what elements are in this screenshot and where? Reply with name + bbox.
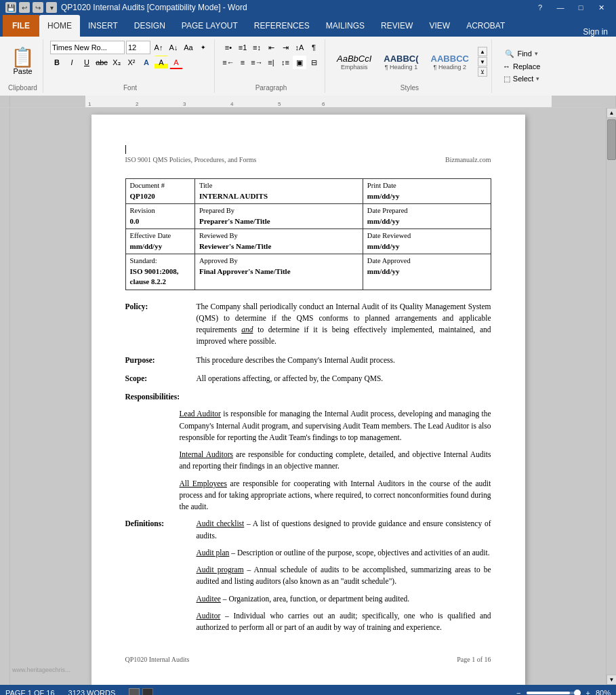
align-left-button[interactable]: ≡← <box>222 56 235 69</box>
numbering-button[interactable]: ≡1 <box>236 41 249 54</box>
multilevel-button[interactable]: ≡↕ <box>250 41 264 54</box>
tab-acrobat[interactable]: ACROBAT <box>458 15 513 37</box>
find-icon: 🔍 <box>505 49 514 58</box>
show-formatting-button[interactable]: ¶ <box>307 41 321 54</box>
zoom-fill <box>527 692 570 694</box>
zoom-level: 80% <box>596 689 611 695</box>
tab-review[interactable]: REVIEW <box>373 15 421 37</box>
style-emphasis[interactable]: AaBbCcI Emphasis <box>332 52 376 73</box>
scroll-thumb[interactable] <box>607 119 616 160</box>
read-mode-button[interactable] <box>142 688 153 695</box>
borders-button[interactable]: ⊟ <box>307 56 321 69</box>
styles-scroll-up[interactable]: ▲ <box>478 47 487 56</box>
subscript-button[interactable]: X₂ <box>110 56 123 69</box>
scroll-down-button[interactable]: ▼ <box>607 675 616 685</box>
styles-more[interactable]: ⊻ <box>478 67 487 77</box>
window-title: QP1020 Internal Audits [Compatibility Mo… <box>61 3 247 12</box>
status-bar: PAGE 1 OF 16 3123 WORDS − + 80% <box>0 685 616 695</box>
footer-right: Page 1 of 16 <box>457 655 491 664</box>
tab-view[interactable]: VIEW <box>421 15 458 37</box>
text-cursor <box>125 145 126 154</box>
document-page[interactable]: ISO 9001 QMS Policies, Procedures, and F… <box>91 115 525 685</box>
policy-text: The Company shall periodically conduct a… <box>197 301 491 348</box>
tab-design[interactable]: DESIGN <box>126 15 173 37</box>
line-spacing-button[interactable]: ↕≡ <box>279 56 292 69</box>
responsibilities-label: Responsibilities: <box>125 391 491 403</box>
scope-label: Scope: <box>125 373 190 384</box>
zoom-in-button[interactable]: + <box>586 689 590 695</box>
font-size-input[interactable]: 12 <box>126 41 150 54</box>
superscript-button[interactable]: X² <box>125 56 138 69</box>
tab-page-layout[interactable]: PAGE LAYOUT <box>173 15 246 37</box>
shading-button[interactable]: ▣ <box>293 56 306 69</box>
tab-mailings[interactable]: MAILINGS <box>318 15 373 37</box>
increase-indent-button[interactable]: ⇥ <box>279 41 292 54</box>
select-button[interactable]: ⬚ Select ▾ <box>499 73 544 85</box>
zoom-slider[interactable] <box>527 692 581 694</box>
customize-icon[interactable]: ▾ <box>46 2 57 13</box>
scroll-track[interactable] <box>607 118 616 675</box>
ribbon-content: 📋 Paste Clipboard Times New Ro... 12 A↑ … <box>0 37 616 96</box>
align-center-button[interactable]: ≡ <box>236 56 249 69</box>
internal-auditors-para: Internal Auditors are responsible for co… <box>180 449 491 473</box>
def-audit-program: Audit program – Annual schedule of audit… <box>197 564 491 588</box>
tab-home[interactable]: HOME <box>39 15 80 37</box>
scroll-up-button[interactable]: ▲ <box>607 108 616 118</box>
redo-icon[interactable]: ↪ <box>33 2 43 13</box>
title-cell: Title INTERNAL AUDITS <box>194 179 363 204</box>
decrease-font-button[interactable]: A↓ <box>167 41 180 54</box>
increase-font-button[interactable]: A↑ <box>152 41 165 54</box>
vertical-ruler <box>0 108 10 685</box>
undo-icon[interactable]: ↩ <box>19 2 30 13</box>
document-area[interactable]: ISO 9001 QMS Policies, Procedures, and F… <box>10 108 606 685</box>
change-case-button[interactable]: Aa <box>182 41 195 54</box>
align-right-button[interactable]: ≡→ <box>250 56 264 69</box>
styles-label: Styles <box>332 83 487 92</box>
clipboard-group: 📋 Paste Clipboard <box>3 39 43 93</box>
paragraph-group: ≡• ≡1 ≡↕ ⇤ ⇥ ↕A ¶ ≡← ≡ ≡→ ≡| ↕≡ ▣ ⊟ Para… <box>218 39 325 93</box>
close-button[interactable]: ✕ <box>592 0 611 15</box>
sign-in-link[interactable]: Sign in <box>577 27 613 37</box>
tab-insert[interactable]: INSERT <box>80 15 126 37</box>
table-row: Effective Date mm/dd/yy Reviewed By Revi… <box>125 229 491 254</box>
paste-label: Paste <box>13 67 32 75</box>
help-button[interactable]: ? <box>531 0 550 15</box>
font-color-button[interactable]: A <box>169 56 183 69</box>
styles-scroll-down[interactable]: ▼ <box>478 57 487 66</box>
underline-button[interactable]: U <box>80 56 94 69</box>
minimize-button[interactable]: — <box>551 0 570 15</box>
highlight-button[interactable]: A <box>155 56 168 69</box>
tab-references[interactable]: REFERENCES <box>246 15 318 37</box>
replace-button[interactable]: ↔ Replace <box>499 61 544 72</box>
justify-button[interactable]: ≡| <box>264 56 278 69</box>
select-label: Select <box>513 75 534 83</box>
sort-button[interactable]: ↕A <box>293 41 306 54</box>
paste-button[interactable]: 📋 Paste <box>7 45 39 78</box>
page-footer: QP1020 Internal Audits Page 1 of 16 <box>125 652 491 664</box>
italic-button[interactable]: I <box>65 56 79 69</box>
lead-auditor-term: Lead Auditor <box>180 410 221 418</box>
find-button[interactable]: 🔍 Find ▾ <box>501 48 541 60</box>
strikethrough-button[interactable]: abc <box>95 56 108 69</box>
save-icon[interactable]: 💾 <box>5 2 16 13</box>
decrease-indent-button[interactable]: ⇤ <box>264 41 278 54</box>
paste-icon: 📋 <box>11 48 35 67</box>
tab-file[interactable]: FILE <box>3 15 39 37</box>
table-row: Revision 0.0 Prepared By Preparer's Name… <box>125 204 491 229</box>
text-effects-button[interactable]: A <box>140 56 153 69</box>
def-auditee: Auditee – Organization, area, function, … <box>197 593 491 605</box>
header-left: ISO 9001 QMS Policies, Procedures, and F… <box>125 155 257 165</box>
def-audit-plan: Audit plan – Description or outline of t… <box>197 547 491 559</box>
print-date-cell: Print Date mm/dd/yy <box>363 179 491 204</box>
clear-format-button[interactable]: ✦ <box>197 41 210 54</box>
bullets-button[interactable]: ≡• <box>222 41 235 54</box>
zoom-out-button[interactable]: − <box>516 689 520 695</box>
ruler-bar: 1 2 3 4 5 6 <box>10 96 606 107</box>
bold-button[interactable]: B <box>50 56 64 69</box>
maximize-button[interactable]: □ <box>571 0 590 15</box>
style-heading1[interactable]: AABBC( ¶ Heading 1 <box>379 52 423 73</box>
font-name-input[interactable]: Times New Ro... <box>50 41 125 54</box>
vertical-scrollbar[interactable]: ▲ ▼ <box>606 108 616 685</box>
print-layout-button[interactable] <box>129 688 140 695</box>
style-heading2[interactable]: AABBCC ¶ Heading 2 <box>426 52 474 73</box>
